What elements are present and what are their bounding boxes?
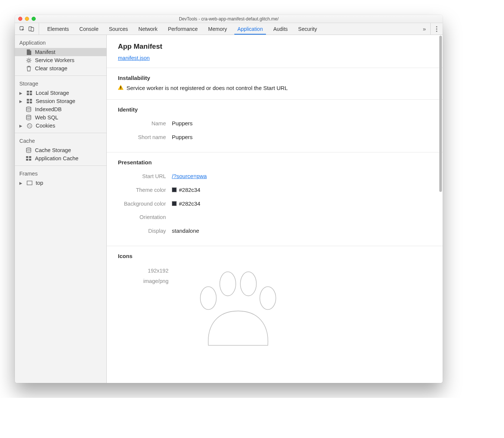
vertical-scrollbar[interactable] xyxy=(439,36,442,192)
svg-rect-36 xyxy=(121,86,121,88)
titlebar: DevTools - cra-web-app-manifest-defaut.g… xyxy=(15,15,443,23)
svg-rect-33 xyxy=(26,159,28,161)
svg-point-24 xyxy=(26,115,31,116)
warning-icon xyxy=(118,85,123,91)
field-label-name: Name xyxy=(118,120,172,126)
start-url-link[interactable]: /?source=pwa xyxy=(172,173,207,179)
svg-point-38 xyxy=(200,287,216,310)
database-icon xyxy=(25,148,32,153)
tab-security[interactable]: Security xyxy=(293,23,322,35)
svg-rect-31 xyxy=(26,156,28,158)
sidebar-item-label: Session Storage xyxy=(36,98,75,104)
svg-rect-19 xyxy=(27,99,29,101)
svg-point-25 xyxy=(27,123,32,128)
settings-menu-button[interactable] xyxy=(431,23,443,35)
sidebar-section-cache: Cache xyxy=(15,133,106,146)
sidebar-item-label: Cookies xyxy=(36,123,55,129)
section-title: Identity xyxy=(118,106,431,113)
devtools-toolbar: Elements Console Sources Network Perform… xyxy=(15,23,443,35)
field-value-display: standalone xyxy=(172,228,199,234)
sidebar-item-cookies[interactable]: ▶ Cookies xyxy=(15,122,106,130)
panel-header: App Manifest manifest.json xyxy=(107,35,443,68)
svg-rect-18 xyxy=(30,93,32,95)
trash-icon xyxy=(25,66,32,71)
tab-audits[interactable]: Audits xyxy=(268,23,293,35)
device-toolbar-icon[interactable] xyxy=(28,26,34,32)
sidebar-item-manifest[interactable]: Manifest xyxy=(15,48,106,56)
tab-memory[interactable]: Memory xyxy=(203,23,232,35)
manifest-link[interactable]: manifest.json xyxy=(118,55,150,61)
expand-arrow-icon: ▶ xyxy=(19,91,23,95)
more-tabs-button[interactable]: » xyxy=(418,23,431,35)
svg-rect-32 xyxy=(29,156,31,158)
svg-rect-17 xyxy=(27,93,29,95)
sidebar-item-session-storage[interactable]: ▶ Session Storage xyxy=(15,97,106,105)
svg-point-23 xyxy=(26,107,31,108)
svg-point-40 xyxy=(240,272,256,296)
expand-arrow-icon: ▶ xyxy=(19,124,23,128)
field-label-orientation: Orientation xyxy=(118,214,172,220)
file-icon xyxy=(25,49,32,55)
presentation-section: Presentation Start URL /?source=pwa Them… xyxy=(107,152,443,246)
svg-point-30 xyxy=(26,148,31,149)
sidebar-item-service-workers[interactable]: Service Workers xyxy=(15,56,106,64)
table-icon xyxy=(26,99,33,103)
database-icon xyxy=(25,107,32,112)
svg-line-12 xyxy=(30,61,31,62)
field-label-start-url: Start URL xyxy=(118,173,172,179)
theme-color-swatch xyxy=(172,187,177,192)
sidebar-item-application-cache[interactable]: Application Cache xyxy=(15,154,106,162)
expand-arrow-icon: ▶ xyxy=(19,181,23,185)
tab-console[interactable]: Console xyxy=(74,23,103,35)
svg-point-29 xyxy=(30,126,31,127)
sidebar-section-storage: Storage xyxy=(15,76,106,89)
svg-point-26 xyxy=(28,125,29,125)
section-title: Installability xyxy=(118,75,431,81)
svg-point-6 xyxy=(28,59,30,61)
sidebar-item-label: IndexedDB xyxy=(35,106,62,112)
sidebar-item-indexeddb[interactable]: IndexedDB xyxy=(15,105,106,113)
tab-sources[interactable]: Sources xyxy=(104,23,133,35)
tab-application[interactable]: Application xyxy=(232,23,268,35)
svg-rect-15 xyxy=(27,91,29,93)
sidebar-item-label: Cache Storage xyxy=(35,147,71,153)
sidebar-item-web-sql[interactable]: Web SQL xyxy=(15,113,106,122)
sidebar-item-cache-storage[interactable]: Cache Storage xyxy=(15,146,106,154)
svg-line-14 xyxy=(27,61,28,62)
field-label-display: Display xyxy=(118,228,172,234)
svg-point-27 xyxy=(30,125,31,126)
svg-rect-21 xyxy=(27,102,29,103)
tab-elements[interactable]: Elements xyxy=(42,23,74,35)
tab-network[interactable]: Network xyxy=(133,23,163,35)
sidebar-item-clear-storage[interactable]: Clear storage xyxy=(15,64,106,73)
field-label-background-color: Background color xyxy=(118,201,172,207)
window-title: DevTools - cra-web-app-manifest-defaut.g… xyxy=(15,16,443,22)
svg-rect-37 xyxy=(121,88,121,89)
sidebar-item-local-storage[interactable]: ▶ Local Storage xyxy=(15,89,106,97)
tab-performance[interactable]: Performance xyxy=(163,23,203,35)
icon-preview xyxy=(177,268,296,342)
sidebar-item-label: Service Workers xyxy=(35,57,74,63)
field-value-short-name: Puppers xyxy=(172,134,193,140)
svg-point-5 xyxy=(436,30,437,32)
svg-rect-20 xyxy=(30,99,32,101)
zoom-window-button[interactable] xyxy=(32,17,36,21)
svg-line-11 xyxy=(27,58,28,59)
frame-icon xyxy=(26,181,33,185)
svg-rect-22 xyxy=(30,102,32,103)
expand-arrow-icon: ▶ xyxy=(19,99,23,103)
database-icon xyxy=(25,115,32,120)
minimize-window-button[interactable] xyxy=(25,17,29,21)
close-window-button[interactable] xyxy=(18,17,22,21)
window-controls xyxy=(18,17,36,21)
inspect-element-icon[interactable] xyxy=(19,26,25,32)
svg-point-39 xyxy=(220,272,236,296)
toolbar-left-icons xyxy=(15,23,39,35)
svg-point-3 xyxy=(436,26,437,27)
icon-meta: 192x192 image/png xyxy=(118,266,168,342)
sidebar-item-top-frame[interactable]: ▶ top xyxy=(15,179,106,187)
svg-rect-2 xyxy=(31,28,34,31)
gear-icon xyxy=(25,58,32,63)
field-value-background-color: #282c34 xyxy=(172,200,200,207)
sidebar-item-label: Local Storage xyxy=(36,90,69,96)
